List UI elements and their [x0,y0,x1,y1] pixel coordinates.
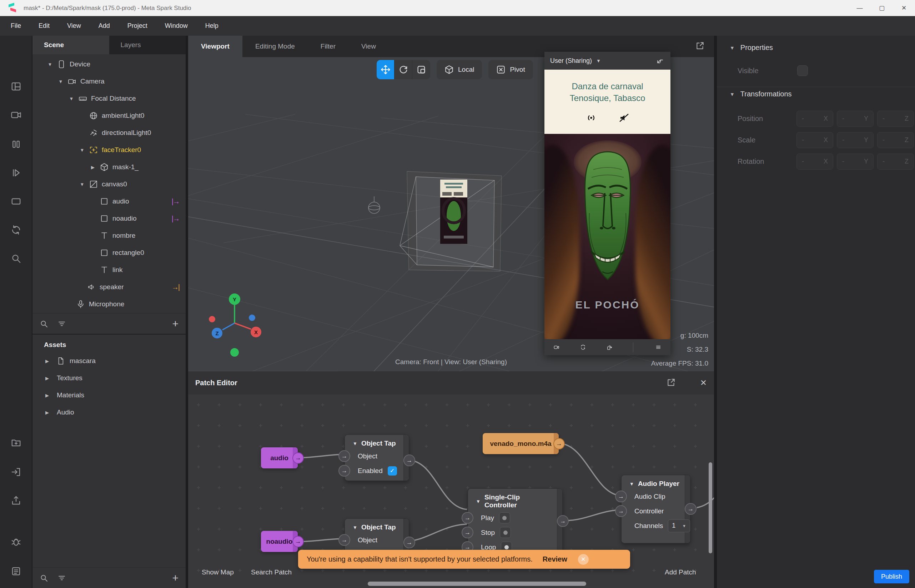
chevron-down-icon[interactable]: ▼ [353,441,357,446]
search-patch-button[interactable]: Search Patch [251,569,292,576]
tab-scene[interactable]: Scene [32,36,109,54]
tree-item-canvas0[interactable]: ▼canvas0 [32,176,186,193]
enabled-checkbox[interactable]: ✓ [388,466,397,475]
position-z-field[interactable]: -Z [877,111,914,127]
minimize-button[interactable]: — [849,0,871,16]
chevron-down-icon[interactable]: ▼ [77,147,87,153]
filter-icon[interactable] [58,320,66,328]
tab-view[interactable]: View [349,36,389,57]
rotate-device-icon[interactable] [607,342,612,352]
input-port[interactable]: → [339,534,350,546]
add-folder-icon[interactable] [8,435,24,451]
camera-view-icon[interactable] [8,107,24,123]
broadcast-icon[interactable] [586,113,597,123]
tree-item-directionallight0[interactable]: directionalLight0 [32,124,186,141]
input-port[interactable]: → [462,512,473,524]
maximize-button[interactable]: ▢ [871,0,893,16]
tab-editing-mode[interactable]: Editing Mode [242,36,308,57]
close-button[interactable]: ✕ [893,0,915,16]
tab-viewport[interactable]: Viewport [188,36,242,57]
input-port[interactable]: → [339,450,350,462]
search-icon[interactable] [40,574,48,582]
export-icon[interactable] [8,493,24,508]
chevron-right-icon[interactable]: ▶ [45,410,52,415]
chevron-down-icon[interactable]: ▼ [45,62,55,67]
popout-icon[interactable] [696,41,705,52]
chevron-down-icon[interactable]: ▼ [629,481,634,486]
sync-icon[interactable] [8,222,24,238]
tree-item-rectangle0[interactable]: rectangle0 [32,244,186,261]
chevron-down-icon[interactable]: ▼ [77,182,87,187]
tree-item-camera[interactable]: ▼Camera [32,73,186,90]
output-port[interactable]: → [403,536,415,548]
flip-camera-icon[interactable] [580,342,586,352]
menu-help[interactable]: Help [205,22,218,30]
rectangle-tool-icon[interactable] [8,194,24,209]
patch-vertical-scrollbar[interactable] [708,462,712,553]
menu-file[interactable]: File [11,22,21,30]
popin-icon[interactable] [656,56,665,66]
input-port[interactable]: → [615,505,627,517]
move-tool-button[interactable] [377,60,394,79]
patch-node-audio[interactable]: audio → [261,447,298,468]
pivot-toggle-button[interactable]: Pivot [488,60,533,79]
tree-item-device[interactable]: ▼Device [32,56,186,73]
menu-edit[interactable]: Edit [39,22,50,30]
filter-icon[interactable] [58,574,66,582]
tree-item-microphone[interactable]: Microphone [32,296,186,313]
chevron-down-icon[interactable]: ▼ [730,45,735,51]
rotation-x-field[interactable]: -X [797,153,833,170]
tree-item-audio[interactable]: audio|→ [32,193,186,210]
patch-node-noaudio[interactable]: noaudio → [261,531,298,552]
chevron-down-icon[interactable]: ▼ [353,525,357,530]
menu-view[interactable]: View [67,22,81,30]
local-toggle-button[interactable]: Local [437,60,482,79]
close-icon[interactable]: ✕ [578,554,589,565]
chevron-right-icon[interactable]: ▶ [88,165,97,170]
chevron-right-icon[interactable]: ▶ [45,376,52,381]
scale-tool-button[interactable] [412,60,430,79]
output-port[interactable]: → [292,536,304,547]
close-icon[interactable]: ✕ [700,378,707,388]
position-x-field[interactable]: -X [797,111,833,127]
chevron-down-icon[interactable]: ▼ [596,58,601,63]
menu-window[interactable]: Window [165,22,188,30]
position-y-field[interactable]: -Y [837,111,874,127]
tree-item-focal-distance[interactable]: ▼Focal Distance [32,90,186,107]
record-video-icon[interactable] [554,342,560,352]
asset-item-materials[interactable]: ▶Materials [32,387,186,404]
tree-item-noaudio[interactable]: noaudio|→ [32,210,186,227]
output-port[interactable]: → [403,454,415,466]
scale-z-field[interactable]: -Z [877,132,914,148]
stop-pulse-button[interactable] [500,527,511,538]
output-port[interactable]: → [554,438,565,449]
patch-node-venado-mono[interactable]: venado_mono.m4a → [483,433,559,454]
scale-y-field[interactable]: -Y [837,132,874,148]
menu-add[interactable]: Add [98,22,110,30]
add-asset-button[interactable]: + [172,572,179,584]
chevron-right-icon[interactable]: ▶ [45,359,52,364]
patch-editor-canvas[interactable]: audio → ▼Object Tap →Object →Enabled✓ → … [188,394,714,588]
input-port[interactable]: → [462,527,473,538]
workspace-icon[interactable] [8,79,24,94]
publish-button[interactable]: Publish [874,570,909,583]
tab-layers[interactable]: Layers [109,36,186,54]
add-patch-button[interactable]: Add Patch [665,569,696,576]
rotation-z-field[interactable]: -Z [877,153,914,170]
chevron-down-icon[interactable]: ▼ [476,499,481,504]
chevron-right-icon[interactable]: ▶ [45,393,52,398]
popout-icon[interactable] [666,378,676,388]
tree-item-ambientlight0[interactable]: ambientLight0 [32,107,186,124]
output-port[interactable]: → [292,452,304,464]
tree-item-mask-1[interactable]: ▶mask-1_ [32,158,186,176]
import-icon[interactable] [8,464,24,480]
mute-speaker-icon[interactable] [619,113,629,123]
bug-icon[interactable] [8,534,24,550]
input-port[interactable]: → [339,465,350,477]
tab-filter[interactable]: Filter [308,36,349,57]
patch-node-audio-player[interactable]: ▼Audio Player →Audio Clip →Controller Ch… [621,475,691,543]
output-port[interactable]: → [557,515,569,527]
asset-item-audio[interactable]: ▶Audio [32,404,186,421]
visible-checkbox[interactable] [797,65,808,76]
chevron-down-icon[interactable]: ▼ [56,79,65,84]
